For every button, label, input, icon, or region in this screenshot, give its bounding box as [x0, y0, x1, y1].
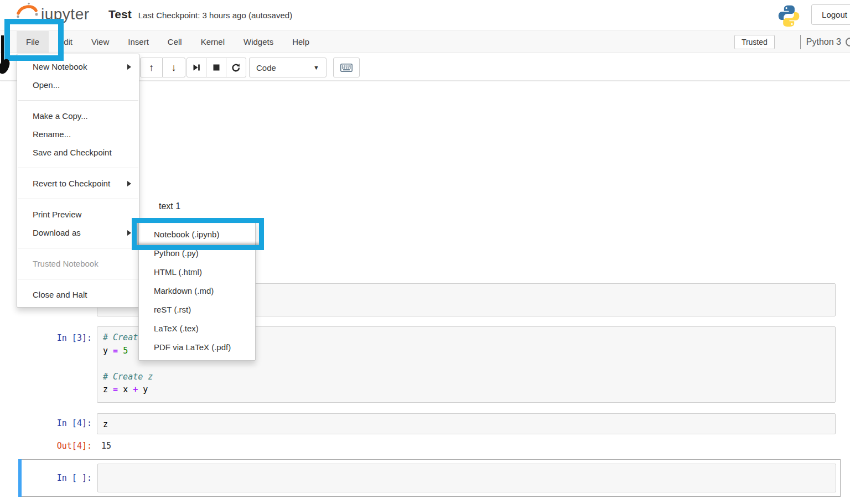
menu-item-new-notebook[interactable]: New Notebook	[17, 58, 139, 76]
menu-item-make-a-copy[interactable]: Make a Copy...	[17, 107, 139, 125]
menu-divider	[18, 168, 138, 168]
run-cell-icon	[192, 63, 201, 72]
python-logo-icon	[777, 4, 801, 28]
markdown-cell-text[interactable]: text 1	[159, 201, 180, 211]
kernel-status-icon	[846, 38, 850, 46]
keyboard-icon	[340, 64, 353, 72]
jupyter-logo[interactable]: jupyter	[17, 2, 90, 29]
menu-item-save-and-checkpoint[interactable]: Save and Checkpoint	[17, 143, 139, 162]
code-operator: =	[108, 385, 123, 394]
code-number: 5	[123, 346, 128, 356]
kernel-name: Python 3	[806, 37, 841, 47]
file-menu-dropdown: New Notebook Open... Make a Copy... Rena…	[17, 54, 139, 308]
cell-type-select[interactable]: Code ▼	[249, 58, 326, 77]
menu-divider	[18, 199, 138, 199]
notebook-title[interactable]: Test	[108, 8, 132, 20]
restart-kernel-button[interactable]	[226, 58, 246, 77]
menu-insert[interactable]: Insert	[118, 31, 158, 53]
submenu-item-python-py[interactable]: Python (.py)	[139, 244, 255, 263]
menu-kernel[interactable]: Kernel	[191, 31, 234, 53]
output-prompt: Out[4]:	[20, 441, 92, 451]
code-editor[interactable]: z	[97, 414, 835, 436]
move-cell-down-button[interactable]: ↓	[163, 58, 185, 77]
menu-item-print-preview[interactable]: Print Preview	[17, 205, 139, 224]
move-cell-down-icon: ↓	[172, 63, 177, 72]
code-comment: # Create z	[103, 372, 153, 382]
code-operator: +	[128, 385, 143, 394]
input-prompt-empty: In [ ]:	[20, 473, 92, 483]
menu-item-trusted-notebook: Trusted Notebook	[17, 254, 139, 273]
code-token: x	[123, 385, 128, 394]
submenu-arrow-icon	[127, 230, 131, 236]
code-token: z	[103, 419, 108, 429]
submenu-item-latex-tex[interactable]: LaTeX (.tex)	[139, 319, 255, 338]
submenu-arrow-icon	[127, 181, 131, 186]
command-palette-button[interactable]	[333, 58, 360, 77]
trusted-badge: Trusted	[734, 35, 775, 49]
menu-item-download-as[interactable]: Download as	[17, 224, 139, 242]
submenu-item-markdown-md[interactable]: Markdown (.md)	[139, 282, 255, 300]
interrupt-kernel-icon	[212, 64, 220, 71]
kernel-divider	[800, 35, 801, 49]
menu-item-open[interactable]: Open...	[17, 76, 139, 94]
run-cell-button[interactable]	[186, 58, 206, 77]
interrupt-kernel-button[interactable]	[206, 58, 226, 77]
menu-divider	[18, 279, 138, 279]
menu-item-revert-to-checkpoint[interactable]: Revert to Checkpoint	[17, 174, 139, 193]
menu-help[interactable]: Help	[283, 31, 319, 53]
move-cell-up-button[interactable]: ↑	[140, 58, 163, 77]
menu-cell[interactable]: Cell	[158, 31, 191, 53]
submenu-arrow-icon	[127, 64, 131, 70]
menu-item-rename[interactable]: Rename...	[17, 125, 139, 143]
input-prompt: In [4]:	[20, 418, 92, 428]
move-cell-up-icon: ↑	[149, 63, 154, 72]
menu-edit[interactable]: Edit	[49, 31, 82, 53]
code-operator: =	[108, 346, 123, 356]
output-value: 15	[101, 441, 111, 451]
restart-kernel-icon	[231, 63, 241, 72]
jupyter-notebook-app: jupyter TestLast Checkpoint: 3 hours ago…	[0, 0, 850, 504]
menu-divider	[18, 248, 138, 248]
submenu-item-rest-rst[interactable]: reST (.rst)	[139, 300, 255, 319]
menu-item-close-and-halt[interactable]: Close and Halt	[17, 285, 139, 304]
jupyter-logo-text: jupyter	[41, 2, 90, 27]
code-token: y	[143, 385, 148, 394]
input-prompt: In [3]:	[20, 333, 92, 343]
checkpoint-status: Last Checkpoint: 3 hours ago (autosaved)	[138, 11, 293, 20]
notebook-header: jupyter TestLast Checkpoint: 3 hours ago…	[0, 0, 850, 30]
selected-cell[interactable]	[18, 459, 841, 497]
submenu-item-notebook-ipynb[interactable]: Notebook (.ipynb)	[139, 225, 255, 244]
submenu-item-pdf-via-latex[interactable]: PDF via LaTeX (.pdf)	[139, 338, 255, 357]
code-token: z	[103, 385, 108, 394]
cell-type-value: Code	[250, 63, 313, 72]
dropdown-caret-icon: ▼	[313, 64, 326, 71]
code-cell-input-empty[interactable]	[97, 464, 836, 492]
code-token: y	[103, 346, 108, 356]
submenu-item-html[interactable]: HTML (.html)	[139, 263, 255, 282]
menu-view[interactable]: View	[82, 31, 118, 53]
code-cell-input[interactable]: z	[97, 413, 836, 434]
jupyter-planet-icon	[17, 2, 38, 19]
download-as-submenu: Notebook (.ipynb) Python (.py) HTML (.ht…	[138, 221, 256, 361]
menu-widgets[interactable]: Widgets	[234, 31, 283, 53]
logout-button[interactable]: Logout	[811, 4, 850, 25]
menu-divider	[18, 100, 138, 101]
menu-file[interactable]: File	[17, 31, 49, 53]
menu-bar: File Edit View Insert Cell Kernel Widget…	[0, 30, 850, 53]
